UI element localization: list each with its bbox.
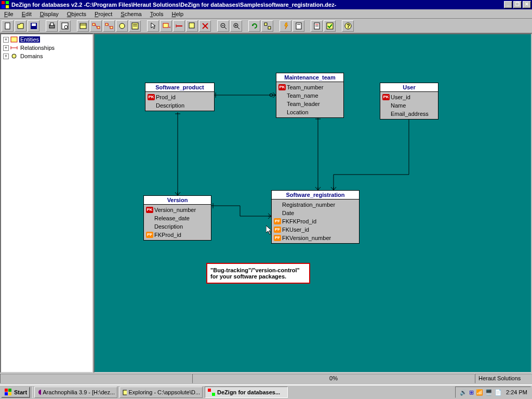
entity-title: Version: [144, 196, 211, 205]
entity-software-registration[interactable]: Software_registration ..Registration_num…: [271, 190, 360, 244]
tree-label: Domains: [19, 53, 44, 59]
tree-item-domains[interactable]: + Domains: [2, 52, 91, 60]
svg-point-54: [270, 94, 273, 97]
tool-relation2[interactable]: [103, 20, 115, 32]
tool-zoom-out[interactable]: [217, 20, 229, 32]
start-button[interactable]: Start: [1, 387, 30, 398]
taskbar-divider: [31, 387, 32, 398]
tree-item-relationships[interactable]: + Relationships: [2, 44, 91, 52]
svg-rect-0: [2, 1, 5, 4]
tool-note[interactable]: [129, 20, 141, 32]
tool-generate[interactable]: [280, 20, 291, 32]
tray-icon[interactable]: 🖥️: [485, 389, 493, 396]
field-row: ..Description: [146, 222, 209, 231]
tool-add-note[interactable]: [186, 20, 198, 32]
tool-check[interactable]: [324, 20, 336, 32]
window-title: DeZign for databases v2.2 -C:\Program Fi…: [11, 2, 503, 8]
tool-entity[interactable]: [77, 20, 89, 32]
svg-rect-27: [189, 23, 194, 28]
tray-clock[interactable]: 2:24 PM: [506, 389, 527, 395]
tool-refresh[interactable]: [248, 20, 260, 32]
close-button[interactable]: ✕: [523, 1, 531, 8]
svg-rect-1: [6, 1, 9, 4]
tool-save[interactable]: [28, 20, 39, 32]
entity-maintenance-team[interactable]: Maintenance_team PKTeam_number ..Team_na…: [276, 73, 344, 118]
menu-edit[interactable]: Edit: [18, 10, 36, 18]
tray-icon[interactable]: ⊞: [469, 389, 474, 396]
svg-rect-69: [8, 389, 11, 392]
minimize-button[interactable]: _: [504, 1, 512, 8]
workarea: + Entities + Relationships + Domains: [0, 33, 532, 373]
menu-project[interactable]: Project: [90, 10, 116, 18]
svg-rect-4: [5, 23, 10, 29]
task-arachnophilia[interactable]: Arachnophilia 3.9 - [H:\dez...: [34, 387, 117, 398]
svg-point-19: [119, 23, 125, 29]
tool-domain[interactable]: [116, 20, 128, 32]
toolbar: + ?: [0, 19, 532, 33]
svg-point-72: [38, 390, 41, 395]
entity-body: PKUser_id ..Name ..Email_address: [380, 92, 438, 119]
svg-rect-6: [32, 23, 36, 26]
entity-version[interactable]: Version PKVersion_number ..Release_date …: [143, 195, 211, 241]
field-row: ..Name: [382, 101, 436, 110]
note-box[interactable]: "Bug-tracking"/"version-control" for you…: [206, 263, 310, 284]
system-tray: 🔊 ⊞ 📶 🖥️ 📄 2:24 PM: [455, 387, 531, 398]
titlebar: DeZign for databases v2.2 -C:\Program Fi…: [0, 0, 532, 9]
entity-user[interactable]: User PKUser_id ..Name ..Email_address: [380, 83, 438, 119]
svg-rect-13: [92, 23, 95, 25]
svg-rect-2: [2, 5, 5, 8]
fk-icon: PF: [274, 227, 281, 233]
svg-rect-37: [264, 23, 267, 25]
taskbar: Start Arachnophilia 3.9 - [H:\dez... Exp…: [0, 384, 532, 399]
tray-icon[interactable]: 📶: [476, 389, 483, 396]
expand-icon[interactable]: +: [3, 54, 9, 59]
tool-zoom-in[interactable]: [230, 20, 242, 32]
field-row: ..Description: [148, 101, 212, 110]
tool-add-entity[interactable]: +: [160, 20, 172, 32]
entity-software-product[interactable]: Software_product PKProd_id ..Description: [145, 83, 215, 111]
tool-help[interactable]: ?: [342, 20, 354, 32]
task-exploring[interactable]: Exploring - C:\appsolute\D...: [119, 387, 203, 398]
entity-title: Maintenance_team: [276, 73, 343, 82]
menu-display[interactable]: Display: [36, 10, 63, 18]
tree-item-entities[interactable]: + Entities: [2, 35, 91, 44]
menu-help[interactable]: Help: [167, 10, 188, 18]
expand-icon[interactable]: +: [3, 37, 9, 43]
note-text: "Bug-tracking"/"version-control" for you…: [210, 267, 300, 280]
tool-open[interactable]: [15, 20, 26, 32]
tool-report[interactable]: [311, 20, 323, 32]
task-dezign[interactable]: DeZign for databases...: [205, 387, 288, 398]
tool-script[interactable]: [292, 20, 304, 32]
tool-pointer[interactable]: [147, 20, 159, 32]
tray-icon[interactable]: 📄: [495, 389, 502, 396]
menubar: File Edit Display Objects Project Schema…: [0, 9, 532, 19]
menu-schema[interactable]: Schema: [116, 10, 145, 18]
svg-rect-11: [80, 23, 86, 29]
svg-rect-3: [6, 5, 9, 8]
tool-print-preview[interactable]: [59, 20, 71, 32]
svg-rect-44: [327, 23, 333, 29]
start-label: Start: [14, 389, 27, 395]
tool-add-relation[interactable]: [173, 20, 185, 32]
tool-print[interactable]: [46, 20, 58, 32]
tool-new[interactable]: [2, 20, 14, 32]
status-message: [0, 374, 192, 383]
tray-icon[interactable]: 🔊: [460, 389, 467, 396]
entity-body: ..Registration_number ..Date PFFKFKProd_…: [272, 200, 359, 243]
field-row: ..Date: [274, 209, 357, 217]
tool-relation[interactable]: [90, 20, 102, 32]
field-row: PKTeam_number: [278, 83, 341, 91]
tree-label: Relationships: [19, 45, 56, 51]
canvas[interactable]: Software_product PKProd_id ..Description…: [94, 33, 532, 373]
entity-body: PKVersion_number ..Release_date ..Descri…: [144, 205, 211, 240]
svg-rect-38: [268, 26, 271, 29]
menu-objects[interactable]: Objects: [63, 10, 90, 18]
entity-body: PKTeam_number ..Team_name ..Team_leader …: [276, 82, 343, 117]
menu-file[interactable]: File: [0, 10, 18, 18]
tool-delete[interactable]: [199, 20, 211, 32]
expand-icon[interactable]: +: [3, 45, 9, 51]
svg-line-34: [237, 27, 240, 29]
maximize-button[interactable]: ❐: [513, 1, 522, 8]
tool-layout[interactable]: [261, 20, 273, 32]
menu-tools[interactable]: Tools: [146, 10, 168, 18]
